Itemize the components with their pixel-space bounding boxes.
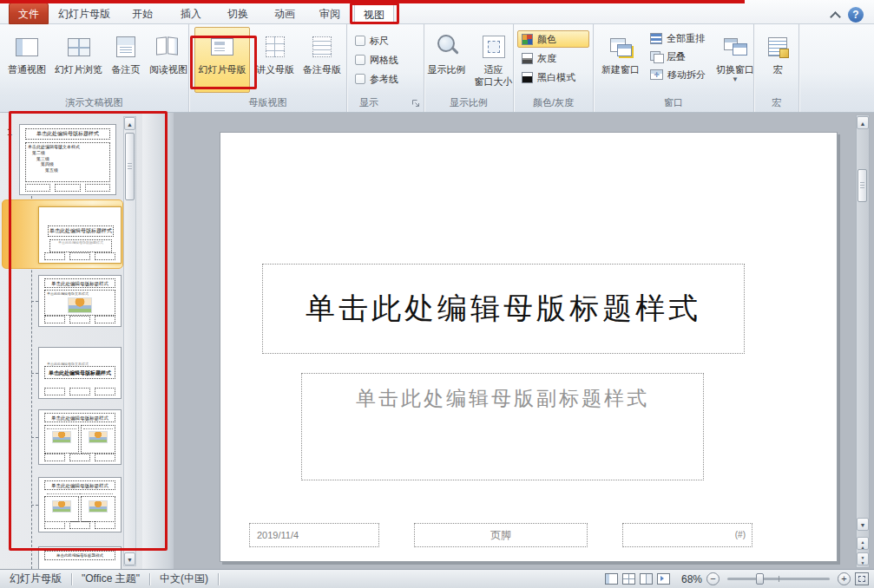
status-view-name[interactable]: 幻灯片母版 (0, 572, 71, 586)
statusbar-normal-view-button[interactable] (605, 573, 618, 585)
move-split-button[interactable]: ✛ 移动拆分 (646, 66, 710, 83)
scroll-up-icon[interactable]: ▲ (124, 117, 135, 130)
gridlines-checkbox-row[interactable]: 网格线 (351, 51, 420, 69)
slides-pane-scrollbar-thumb[interactable] (125, 133, 135, 200)
group-macros: 宏 宏 (754, 24, 799, 112)
handout-master-button[interactable]: 讲义母版 (253, 27, 297, 93)
gridlines-checkbox[interactable] (355, 55, 365, 65)
status-language[interactable]: 中文(中国) (150, 572, 218, 586)
zoom-label: 显示比例 (428, 63, 466, 75)
tab-transitions[interactable]: 切换 (219, 3, 257, 24)
reading-view-button[interactable]: 阅读视图 (147, 27, 190, 93)
notes-page-label: 备注页 (112, 63, 141, 75)
fit-slide-to-window-button[interactable] (855, 572, 869, 585)
footer-placeholder[interactable]: 页脚 (414, 523, 588, 547)
slides-pane-scrollbar[interactable]: ▲ ▼ (123, 116, 136, 566)
date-placeholder[interactable]: 2019/11/4 (249, 523, 379, 547)
magnifier-icon (432, 30, 462, 63)
thumbnail-layout-3[interactable]: 单击此处编辑母版标题样式 单击此处编辑母版文本样式 (38, 275, 122, 327)
thumb-content-graphic (89, 500, 108, 513)
thumbnail-layout-5[interactable]: 单击此处编辑母版标题样式 (38, 409, 122, 465)
notes-master-icon (307, 30, 337, 63)
group-color-grayscale: 颜色 灰度 黑白模式 颜色/灰度 (514, 24, 594, 112)
thumb-title-placeholder: 单击此处编辑母版标题样式 (44, 413, 115, 422)
slide-sorter-button[interactable]: 幻灯片浏览 (52, 27, 105, 93)
switch-windows-button[interactable]: 切换窗口 ▼ (713, 27, 757, 93)
ruler-checkbox-row[interactable]: 标尺 (351, 32, 420, 49)
tab-home[interactable]: 开始 (123, 3, 161, 24)
move-split-icon: ✛ (650, 69, 663, 80)
subtitle-placeholder[interactable]: 单击此处编辑母版副标题样式 (301, 373, 704, 480)
main-scrollbar-thumb[interactable] (858, 169, 867, 202)
previous-slide-button[interactable]: ▲▲ (857, 537, 869, 550)
ruler-checkbox[interactable] (355, 36, 365, 46)
normal-view-button[interactable]: 普通视图 (5, 27, 49, 93)
thumbnail-slide-master[interactable]: 单击此处编辑母版标题样式 单击此处编辑母版文本样式 第二级 第三级 第四级 第五… (19, 124, 116, 195)
zoom-out-button[interactable]: − (706, 572, 720, 585)
connector-tick (31, 437, 38, 438)
notes-page-button[interactable]: 备注页 (108, 27, 143, 93)
group-label-master-views: 母版视图 (189, 96, 346, 109)
zoom-slider-track[interactable] (727, 578, 830, 580)
status-theme-name[interactable]: "Office 主题" (72, 572, 149, 586)
group-label-color-grayscale: 颜色/灰度 (514, 96, 593, 109)
black-white-button[interactable]: 黑白模式 (517, 69, 589, 86)
tab-insert[interactable]: 插入 (172, 3, 210, 24)
slide-master-button[interactable]: 幻灯片母版 (194, 27, 250, 93)
thumbnail-title-slide-layout[interactable]: 单击此处编辑母版标题样式 单击此处编辑母版副标题样式 (38, 206, 122, 264)
zoom-button[interactable]: 显示比例 (425, 27, 469, 93)
arrange-all-button[interactable]: 全部重排 (646, 29, 710, 47)
fit-to-window-label-line2: 窗口大小 (475, 75, 513, 88)
switch-windows-label: 切换窗口 (716, 63, 754, 75)
dialog-launcher-icon[interactable] (411, 99, 421, 108)
fit-to-window-button[interactable]: 适应 窗口大小 (472, 27, 516, 93)
thumb-footer-placeholders (44, 521, 115, 529)
group-master-views: 幻灯片母版 讲义母版 备注母版 母版视图 (189, 24, 347, 112)
guides-checkbox[interactable] (355, 74, 365, 84)
thumb-title-placeholder: 单击此处编辑母版标题样式 (44, 480, 115, 490)
main-scrollbar[interactable]: ▲ ▼ ▲▲ ▼▼ (856, 114, 870, 568)
tab-file[interactable]: 文件 (9, 3, 49, 24)
thumbnail-layout-6[interactable]: 单击此处编辑母版标题样式 (38, 477, 122, 532)
thumb-title-placeholder: 单击此处编辑母版标题样式 (48, 225, 114, 237)
tab-animations[interactable]: 动画 (266, 3, 304, 24)
grayscale-button[interactable]: 灰度 (517, 49, 589, 67)
ribbon: 普通视图 幻灯片浏览 备注页 阅读视图 演示文稿视图 (0, 24, 874, 113)
pane-splitter[interactable] (142, 113, 174, 569)
slide-number-placeholder[interactable]: (#) (622, 523, 752, 547)
notes-page-icon (111, 30, 141, 63)
macros-label: 宏 (773, 63, 783, 75)
group-label-presentation-views: 演示文稿视图 (0, 96, 188, 109)
help-icon[interactable]: ? (848, 7, 864, 23)
thumbnail-layout-4[interactable]: 单击此处编辑母版文本样式 单击此处编辑母版标题样式 (38, 347, 122, 399)
thumb-footer-placeholders (44, 454, 115, 461)
ruler-label: 标尺 (370, 35, 389, 48)
zoom-in-button[interactable]: + (838, 572, 851, 585)
guides-checkbox-row[interactable]: 参考线 (351, 70, 420, 88)
statusbar-reading-view-button[interactable] (640, 573, 653, 585)
tab-review[interactable]: 审阅 (311, 3, 349, 24)
next-slide-button[interactable]: ▼▼ (857, 552, 869, 565)
cascade-button[interactable]: 层叠 (646, 48, 710, 65)
thumbnail-layout-7[interactable]: 单击此处编辑母版标题样式 (38, 546, 122, 569)
notes-master-button[interactable]: 备注母版 (300, 27, 344, 93)
macros-button[interactable]: 宏 (760, 27, 795, 93)
scroll-down-icon[interactable]: ▼ (857, 518, 869, 531)
scroll-up-icon[interactable]: ▲ (857, 116, 869, 129)
zoom-percentage[interactable]: 68% (674, 573, 702, 585)
group-window: 新建窗口 全部重排 层叠 ✛ 移动拆分 (594, 24, 754, 112)
title-placeholder[interactable]: 单击此处编辑母版标题样式 (262, 264, 745, 354)
statusbar-slide-sorter-button[interactable] (622, 573, 635, 585)
cascade-icon (650, 51, 662, 62)
handout-master-icon (260, 30, 290, 63)
tab-view[interactable]: 视图 (354, 3, 394, 24)
new-window-button[interactable]: 新建窗口 (599, 27, 642, 93)
color-button[interactable]: 颜色 (517, 30, 589, 48)
new-window-label: 新建窗口 (601, 63, 640, 75)
statusbar-slideshow-button[interactable] (657, 573, 670, 585)
slide-master-icon (207, 30, 237, 63)
minimize-ribbon-icon[interactable] (830, 11, 841, 23)
zoom-slider-thumb[interactable] (756, 573, 764, 585)
tab-slide-master[interactable]: 幻灯片母版 (54, 3, 115, 24)
scroll-down-icon[interactable]: ▼ (124, 552, 135, 565)
